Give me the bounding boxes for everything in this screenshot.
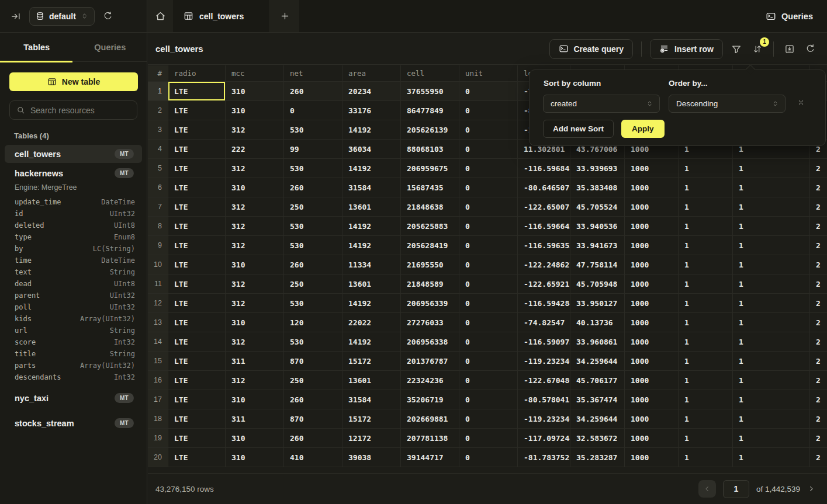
table-cell[interactable]: 1 [679,313,733,332]
table-cell[interactable]: 206959675 [401,159,459,178]
table-cell[interactable]: 99 [284,140,342,158]
table-cell[interactable]: 310 [226,82,284,100]
table-cell[interactable]: 310 [226,101,284,120]
table-cell[interactable]: LTE [168,448,226,467]
table-cell[interactable]: LTE [168,429,226,447]
table-cell[interactable]: 1 [733,217,810,235]
table-cell[interactable]: 870 [284,409,342,428]
search-resources[interactable] [9,100,137,120]
sidebar-item-hackernews[interactable]: hackernews MT [5,164,142,182]
table-cell[interactable]: 1 [733,390,810,409]
table-cell[interactable]: 260 [284,178,342,197]
table-cell[interactable]: 33.940536 [570,217,625,235]
table-cell[interactable]: 1000 [625,294,679,312]
table-cell[interactable]: 1 [679,409,733,428]
table-cell[interactable]: 2 [810,371,827,390]
table-cell[interactable]: 14192 [342,236,401,255]
table-cell[interactable]: 1 [733,197,810,216]
table-cell[interactable]: 311 [226,352,284,370]
table-cell[interactable]: LTE [168,409,226,428]
tab-home[interactable] [147,0,173,32]
table-cell[interactable]: 312 [226,371,284,390]
table-cell[interactable]: 310 [226,390,284,409]
column-header[interactable]: cell [401,65,459,81]
table-cell[interactable]: 0 [459,217,518,235]
table-cell[interactable]: 0 [459,120,518,139]
table-cell[interactable]: -116.594284 [518,294,570,312]
table-cell[interactable]: 1000 [625,255,679,274]
table-cell[interactable]: 35.367474 [570,390,625,409]
table-cell[interactable]: 2 [810,390,827,409]
table-cell[interactable]: 27276033 [401,313,459,332]
table-cell[interactable]: -80.578041 [518,390,570,409]
table-cell[interactable]: 207781138 [401,429,459,447]
table-cell[interactable]: 1 [679,371,733,390]
table-cell[interactable]: -116.596848 [518,159,570,178]
table-cell[interactable]: -116.596642 [518,217,570,235]
next-page-button[interactable] [807,485,815,493]
table-cell[interactable]: 2 [810,409,827,428]
table-cell[interactable]: 205626139 [401,120,459,139]
table-cell[interactable]: 45.705948 [570,274,625,293]
table-cell[interactable]: -122.670486 [518,371,570,390]
table-cell[interactable]: -122.248627 [518,255,570,274]
sidebar-tab-tables[interactable]: Tables [0,33,74,61]
table-cell[interactable]: 1000 [625,371,679,390]
table-cell[interactable]: 1 [733,274,810,293]
table-cell[interactable]: 2 [810,429,827,447]
table-cell[interactable]: 1 [679,294,733,312]
table-cell[interactable]: 530 [284,120,342,139]
table-cell[interactable]: 33.960861 [570,332,625,351]
table-cell[interactable]: 2 [810,294,827,312]
table-cell[interactable]: 530 [284,217,342,235]
table-cell[interactable]: -116.596352 [518,236,570,255]
table-cell[interactable]: 14192 [342,217,401,235]
table-cell[interactable]: 1 [733,313,810,332]
table-cell[interactable]: 0 [284,101,342,120]
table-cell[interactable]: 1 [679,255,733,274]
column-header[interactable]: unit [459,65,518,81]
table-cell[interactable]: 0 [459,390,518,409]
table-cell[interactable]: 1 [679,390,733,409]
table-cell[interactable]: 21848638 [401,197,459,216]
table-cell[interactable]: 1000 [625,236,679,255]
table-cell[interactable]: LTE [168,120,226,139]
table-cell[interactable]: 206956339 [401,294,459,312]
table-cell[interactable]: 1 [679,352,733,370]
table-cell[interactable]: 36034 [342,140,401,158]
table-cell[interactable]: 310 [226,313,284,332]
table-cell[interactable]: 310 [226,429,284,447]
table-cell[interactable]: 13601 [342,197,401,216]
table-cell[interactable]: 34.259644 [570,409,625,428]
table-cell[interactable]: 1000 [625,409,679,428]
table-cell[interactable]: 32.583672 [570,429,625,447]
table-cell[interactable]: 14192 [342,294,401,312]
table-cell[interactable]: 312 [226,159,284,178]
table-cell[interactable]: 2 [810,217,827,235]
table-cell[interactable]: 0 [459,178,518,197]
create-query-button[interactable]: Create query [549,39,634,59]
sidebar-item-stocks-stream[interactable]: stocks_stream MT [5,414,142,432]
column-header[interactable]: mcc [226,65,284,81]
table-cell[interactable]: 15687435 [401,178,459,197]
table-cell[interactable]: 1000 [625,448,679,467]
table-cell[interactable]: 33.950127 [570,294,625,312]
table-cell[interactable]: 260 [284,390,342,409]
table-cell[interactable]: 312 [226,197,284,216]
table-cell[interactable]: 1 [679,332,733,351]
table-cell[interactable]: 1000 [625,352,679,370]
table-cell[interactable]: 312 [226,120,284,139]
table-cell[interactable]: 0 [459,274,518,293]
table-cell[interactable]: 312 [226,332,284,351]
table-cell[interactable]: 35.283287 [570,448,625,467]
table-cell[interactable]: 2 [810,236,827,255]
table-cell[interactable]: 312 [226,274,284,293]
table-cell[interactable]: 260 [284,255,342,274]
table-cell[interactable]: 1 [733,352,810,370]
table-cell[interactable]: 45.705524 [570,197,625,216]
table-cell[interactable]: -122.65921 [518,274,570,293]
page-number-input[interactable] [723,480,749,498]
table-cell[interactable]: 88068103 [401,140,459,158]
table-cell[interactable]: 310 [226,178,284,197]
table-cell[interactable]: 14192 [342,332,401,351]
